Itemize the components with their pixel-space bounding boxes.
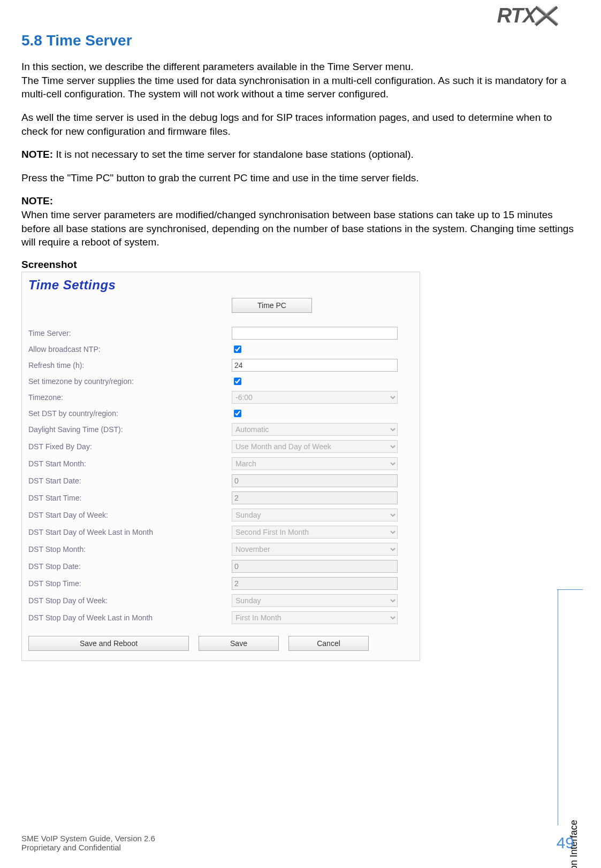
select-dst-stop-month[interactable]: November: [232, 543, 398, 556]
label-dst-stop-dow: DST Stop Day of Week:: [28, 596, 232, 605]
input-time-server[interactable]: [232, 327, 398, 340]
select-dst-start-month[interactable]: March: [232, 457, 398, 470]
page-number: 49: [557, 834, 574, 852]
page-footer: SME VoIP System Guide, Version 2.6 Propr…: [21, 834, 155, 852]
checkbox-set-dst-region[interactable]: [234, 410, 241, 417]
select-dst[interactable]: Automatic: [232, 423, 398, 436]
time-settings-title: Time Settings: [28, 278, 413, 293]
time-pc-button[interactable]: Time PC: [232, 298, 312, 313]
checkbox-allow-ntp[interactable]: [234, 345, 241, 353]
label-dst-stop-date: DST Stop Date:: [28, 562, 232, 571]
label-dst: Daylight Saving Time (DST):: [28, 425, 232, 434]
logo-text: RTX: [497, 4, 536, 27]
body-para-4: Press the "Time PC" button to grab the c…: [21, 171, 580, 185]
rtx-logo: RTX: [497, 4, 558, 27]
time-settings-screenshot: Time Settings Time PC Time Server: Allow…: [21, 272, 420, 661]
label-dst-fixed-by-day: DST Fixed By Day:: [28, 442, 232, 451]
label-time-server: Time Server:: [28, 329, 232, 337]
note-2-label: NOTE:: [21, 194, 580, 208]
save-button[interactable]: Save: [199, 636, 279, 651]
body-para-3: As well the time server is used in the d…: [21, 111, 580, 138]
save-reboot-button[interactable]: Save and Reboot: [28, 636, 189, 651]
input-dst-start-date[interactable]: [232, 474, 398, 487]
label-dst-start-dow: DST Start Day of Week:: [28, 511, 232, 519]
screenshot-label: Screenshot: [21, 259, 580, 271]
label-timezone: Timezone:: [28, 393, 232, 402]
label-dst-start-date: DST Start Date:: [28, 477, 232, 485]
select-dst-stop-dow[interactable]: Sunday: [232, 594, 398, 607]
label-dst-start-dow-last: DST Start Day of Week Last in Month: [28, 528, 232, 536]
label-allow-ntp: Allow broadcast NTP:: [28, 345, 232, 354]
body-para-1: In this section, we describe the differe…: [21, 60, 580, 74]
label-dst-start-time: DST Start Time:: [28, 494, 232, 502]
select-dst-start-dow-last[interactable]: Second First In Month: [232, 526, 398, 539]
label-dst-stop-time: DST Stop Time:: [28, 579, 232, 588]
body-para-2: The Time server supplies the time used f…: [21, 74, 580, 101]
select-dst-fixed-by-day[interactable]: Use Month and Day of Week: [232, 440, 398, 453]
sidebar-rule: [558, 590, 558, 825]
select-dst-start-dow[interactable]: Sunday: [232, 509, 398, 521]
label-dst-stop-dow-last: DST Stop Day of Week Last in Month: [28, 613, 232, 622]
section-heading: 5.8 Time Server: [21, 32, 580, 49]
input-dst-start-time[interactable]: [232, 491, 398, 504]
label-set-tz-region: Set timezone by country/region:: [28, 377, 232, 386]
select-dst-stop-dow-last[interactable]: First In Month: [232, 611, 398, 624]
checkbox-set-tz-region[interactable]: [234, 378, 241, 385]
input-refresh-time[interactable]: [232, 359, 398, 372]
input-dst-stop-time[interactable]: [232, 577, 398, 590]
label-dst-stop-month: DST Stop Month:: [28, 545, 232, 554]
input-dst-stop-date[interactable]: [232, 560, 398, 573]
select-timezone[interactable]: -6:00: [232, 391, 398, 404]
footer-line-2: Proprietary and Confidential: [21, 843, 155, 852]
footer-line-1: SME VoIP System Guide, Version 2.6: [21, 834, 155, 843]
cancel-button[interactable]: Cancel: [288, 636, 369, 651]
label-refresh-time: Refresh time (h):: [28, 361, 232, 370]
sidebar-rule-top: [557, 589, 583, 590]
note-1: NOTE: It is not necessary to set the tim…: [21, 148, 580, 162]
label-set-dst-region: Set DST by country/region:: [28, 409, 232, 418]
logo-x-icon: [535, 6, 558, 26]
label-dst-start-month: DST Start Month:: [28, 459, 232, 468]
note-2-text: When time server parameters are modified…: [21, 208, 580, 249]
